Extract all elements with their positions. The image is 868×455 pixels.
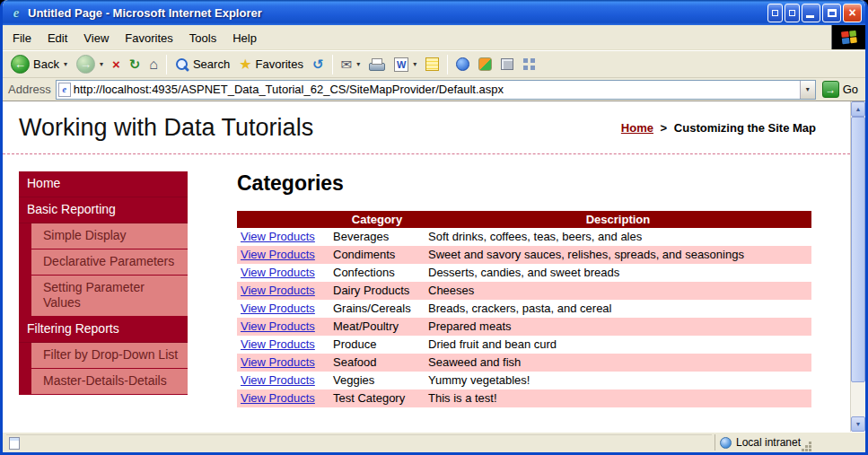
scrollbar-track[interactable] — [851, 382, 865, 416]
msn-icon — [478, 57, 492, 71]
breadcrumb: Home > Customizing the Site Map — [621, 121, 816, 135]
toolbar: ← Back ▾ → ▾ × ↻ ⌂ Search ★ Favorites ↺ — [3, 50, 865, 78]
window-title: Untitled Page - Microsoft Internet Explo… — [28, 6, 766, 20]
window-extra-button-2[interactable] — [785, 4, 800, 22]
mail-button[interactable]: ✉ ▾ — [337, 54, 365, 75]
word-dropdown-icon[interactable]: ▾ — [413, 60, 416, 68]
status-panel-main — [6, 434, 712, 451]
search-label: Search — [193, 57, 230, 71]
view-products-link[interactable]: View Products — [241, 373, 315, 387]
refresh-button[interactable]: ↻ — [125, 54, 145, 75]
menu-view[interactable]: View — [75, 25, 117, 49]
address-input[interactable] — [74, 82, 800, 98]
table-row: View Products Test Category This is a te… — [237, 389, 811, 407]
favorites-button[interactable]: ★ Favorites — [234, 55, 308, 74]
msn-button[interactable] — [474, 55, 496, 74]
sidebar-item-home[interactable]: Home — [19, 171, 188, 197]
menu-bar: File Edit View Favorites Tools Help — [3, 25, 865, 50]
web-page: Working with Data Tutorials Home > Custo… — [3, 101, 850, 432]
sidebar-item-master-details-details[interactable]: Master-Details-Details — [31, 369, 188, 395]
sidebar-item-simple-display[interactable]: Simple Display — [31, 223, 188, 249]
minimize-icon — [806, 15, 814, 18]
table-row: View Products Seafood Seaweed and fish — [237, 354, 811, 372]
messenger-button[interactable] — [452, 55, 474, 74]
local-intranet-icon — [720, 437, 732, 449]
forward-dropdown-icon[interactable]: ▾ — [100, 60, 103, 68]
minimize-button[interactable] — [802, 4, 820, 22]
address-input-box[interactable]: e ▾ — [56, 80, 816, 100]
research-button[interactable] — [496, 56, 518, 73]
print-button[interactable] — [364, 56, 390, 74]
breadcrumb-home-link[interactable]: Home — [621, 121, 653, 135]
view-products-link[interactable]: View Products — [241, 337, 315, 351]
view-products-link[interactable]: View Products — [241, 266, 315, 279]
scroll-down-button[interactable]: ▼ — [851, 416, 865, 432]
view-products-link[interactable]: View Products — [241, 355, 315, 369]
close-button[interactable]: × — [843, 4, 862, 22]
word-icon: W — [394, 57, 408, 72]
mail-dropdown-icon[interactable]: ▾ — [356, 60, 360, 68]
sidebar-item-setting-parameter-values[interactable]: Setting Parameter Values — [31, 276, 188, 317]
header-blank — [237, 211, 329, 228]
scroll-up-icon: ▲ — [855, 106, 862, 112]
view-products-link[interactable]: View Products — [241, 248, 315, 261]
main-content: Categories Category Description — [237, 171, 811, 407]
stop-icon: × — [112, 57, 120, 72]
toolbar-separator — [332, 55, 333, 74]
search-button[interactable]: Search — [171, 55, 234, 74]
view-products-link[interactable]: View Products — [241, 391, 315, 405]
maximize-button[interactable] — [822, 4, 841, 22]
menu-edit[interactable]: Edit — [39, 25, 75, 49]
header-category: Category — [329, 211, 425, 228]
resize-grip[interactable] — [809, 442, 811, 444]
vertical-scrollbar[interactable]: ▲ ▼ — [850, 101, 865, 432]
edit-with-word-button[interactable]: W ▾ — [390, 55, 421, 74]
toolbar-separator — [166, 55, 167, 74]
table-row: View Products Grains/Cereals Breads, cra… — [237, 300, 811, 318]
menu-spacer — [265, 25, 831, 49]
windows-flag-icon — [839, 28, 859, 48]
refresh-icon: ↻ — [129, 57, 141, 73]
scrollbar-thumb[interactable] — [851, 117, 865, 382]
scroll-up-button[interactable]: ▲ — [851, 101, 865, 117]
table-row: View Products Meat/Poultry Prepared meat… — [237, 318, 811, 336]
forward-button[interactable]: → ▾ — [72, 52, 108, 76]
go-button[interactable]: → Go — [820, 81, 863, 98]
tiles-button[interactable] — [518, 56, 540, 73]
sidebar-item-basic-reporting[interactable]: Basic Reporting — [19, 197, 188, 223]
sidebar-item-declarative-parameters[interactable]: Declarative Parameters — [31, 249, 188, 276]
menu-file[interactable]: File — [4, 25, 39, 49]
discuss-button[interactable] — [421, 55, 443, 74]
page-body: Home Basic Reporting Simple Display Decl… — [3, 154, 850, 407]
menu-tools[interactable]: Tools — [181, 25, 224, 49]
view-products-link[interactable]: View Products — [241, 230, 315, 243]
forward-icon: → — [76, 55, 95, 74]
category-cell: Grains/Cereals — [329, 300, 425, 318]
history-button[interactable]: ↺ — [308, 54, 329, 75]
extra-button-icon — [772, 10, 778, 16]
back-button[interactable]: ← Back ▾ — [6, 52, 72, 76]
menu-help[interactable]: Help — [224, 25, 265, 49]
table-row: View Products Confections Desserts, cand… — [237, 264, 811, 282]
back-dropdown-icon[interactable]: ▾ — [64, 60, 67, 68]
go-arrow-glyph: → — [825, 83, 836, 96]
categories-table: Category Description View Products Bever… — [237, 211, 811, 407]
zone-label: Local intranet — [736, 436, 801, 449]
description-cell: Sweet and savory sauces, relishes, sprea… — [425, 246, 811, 264]
menu-favorites[interactable]: Favorites — [117, 25, 180, 49]
forward-arrow-glyph: → — [80, 57, 92, 71]
window-extra-button-1[interactable] — [767, 4, 783, 22]
stop-button[interactable]: × — [108, 54, 125, 74]
view-products-link[interactable]: View Products — [241, 284, 315, 297]
window-controls: × — [766, 4, 862, 22]
view-products-link[interactable]: View Products — [241, 319, 315, 333]
page-header: Working with Data Tutorials Home > Custo… — [3, 101, 850, 154]
category-cell: Dairy Products — [329, 282, 425, 300]
address-dropdown-button[interactable]: ▾ — [800, 81, 815, 99]
sidebar-item-filtering-reports[interactable]: Filtering Reports — [19, 317, 188, 343]
view-products-link[interactable]: View Products — [241, 302, 315, 315]
sidebar-item-filter-by-dropdown-list[interactable]: Filter by Drop-Down List — [31, 343, 188, 369]
home-button[interactable]: ⌂ — [145, 54, 162, 75]
title-bar[interactable]: e Untitled Page - Microsoft Internet Exp… — [3, 0, 865, 25]
breadcrumb-separator: > — [661, 121, 668, 135]
